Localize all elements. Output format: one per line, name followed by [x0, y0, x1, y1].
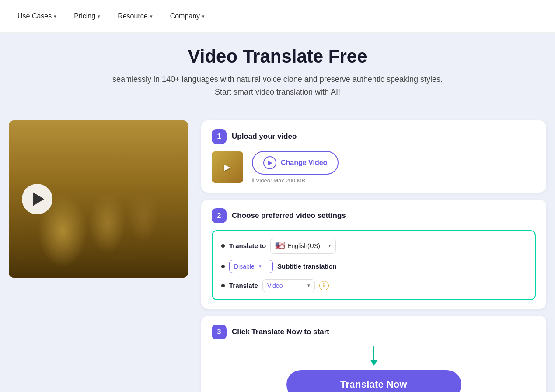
upload-right: ▶ Change Video ℹ Video: Max 200 MB	[252, 151, 339, 184]
chevron-down-icon: ▾	[98, 14, 100, 19]
step3-title: Click Translate Now to start	[232, 328, 329, 336]
bullet-icon	[221, 265, 225, 268]
settings-box: Translate to 🇺🇸 English(US) ▾ Disable ▾ …	[212, 230, 536, 300]
nav-resource-label: Resource	[118, 12, 147, 20]
nav-company-label: Company	[170, 12, 200, 20]
info-circle-icon: ℹ	[252, 177, 254, 184]
translate-to-row: Translate to 🇺🇸 English(US) ▾	[221, 238, 526, 254]
translate-now-button[interactable]: Translate Now	[286, 370, 461, 392]
step3-card: 3 Click Translate Now to start Translate…	[201, 316, 546, 392]
step2-card: 2 Choose preferred video settings Transl…	[201, 200, 546, 309]
play-circle-icon: ▶	[263, 156, 276, 169]
step1-card: 1 Upload your video ▶ Change Video ℹ Vid…	[201, 120, 546, 192]
translate-label: Translate	[229, 282, 258, 289]
bullet-icon	[221, 284, 225, 287]
step1-badge: 1	[212, 129, 227, 144]
nav-pricing[interactable]: Pricing ▾	[74, 12, 100, 20]
chevron-down-icon: ▾	[259, 263, 262, 269]
language-select[interactable]: 🇺🇸 English(US) ▾	[270, 238, 336, 254]
nav-pricing-label: Pricing	[74, 12, 95, 20]
step3-badge: 3	[212, 325, 227, 340]
steps-panel: 1 Upload your video ▶ Change Video ℹ Vid…	[201, 120, 546, 392]
translate-type-row: Translate Video ▾ ℹ	[221, 279, 526, 292]
disable-select[interactable]: Disable ▾	[229, 260, 273, 273]
subtitle-row: Disable ▾ Subtitle translation	[221, 260, 526, 273]
step3-header: 3 Click Translate Now to start	[212, 325, 536, 340]
nav-use-cases-label: Use Cases	[17, 12, 52, 20]
step1-header: 1 Upload your video	[212, 129, 536, 144]
subtitle-label: Subtitle translation	[277, 262, 337, 270]
disable-label: Disable	[234, 263, 255, 270]
translate-type-value: Video	[267, 282, 283, 289]
chevron-down-icon: ▾	[307, 283, 310, 288]
info-icon[interactable]: ℹ	[319, 281, 329, 290]
thumbnail-play-icon	[212, 151, 243, 183]
nav-use-cases[interactable]: Use Cases ▾	[17, 12, 56, 20]
play-button[interactable]	[22, 184, 52, 214]
main-content: 1 Upload your video ▶ Change Video ℹ Vid…	[0, 120, 555, 392]
language-value: English(US)	[287, 242, 320, 249]
video-preview	[9, 120, 188, 278]
step3-content: Translate Now	[212, 345, 536, 392]
hero-title: Video Translate Free	[26, 46, 529, 67]
navbar: Use Cases ▾ Pricing ▾ Resource ▾ Company…	[0, 0, 555, 33]
nav-company[interactable]: Company ▾	[170, 12, 205, 20]
arrow-line	[373, 346, 374, 360]
flag-icon: 🇺🇸	[275, 241, 285, 251]
arrow-head	[370, 360, 378, 366]
step2-title: Choose preferred video settings	[232, 211, 346, 220]
step2-header: 2 Choose preferred video settings	[212, 208, 536, 223]
video-overlay	[9, 120, 188, 278]
hero-subtitle: seamlessly in 140+ languages with natura…	[107, 73, 448, 98]
video-info-text: Video: Max 200 MB	[256, 177, 305, 184]
change-video-label: Change Video	[281, 159, 327, 167]
bullet-icon	[221, 244, 225, 248]
chevron-down-icon: ▾	[202, 14, 205, 19]
upload-area: ▶ Change Video ℹ Video: Max 200 MB	[212, 151, 536, 184]
nav-resource[interactable]: Resource ▾	[118, 12, 152, 20]
video-info: ℹ Video: Max 200 MB	[252, 177, 305, 184]
hero-section: Video Translate Free seamlessly in 140+ …	[0, 33, 555, 120]
chevron-down-icon: ▾	[150, 14, 153, 19]
step1-title: Upload your video	[232, 132, 297, 141]
chevron-down-icon: ▾	[54, 14, 56, 19]
translate-type-select[interactable]: Video ▾	[262, 279, 315, 292]
teal-arrow	[370, 346, 378, 366]
chevron-down-icon: ▾	[328, 243, 331, 248]
change-video-button[interactable]: ▶ Change Video	[252, 151, 339, 175]
video-thumbnail	[212, 151, 243, 183]
translate-to-label: Translate to	[229, 242, 266, 249]
step2-badge: 2	[212, 208, 227, 223]
